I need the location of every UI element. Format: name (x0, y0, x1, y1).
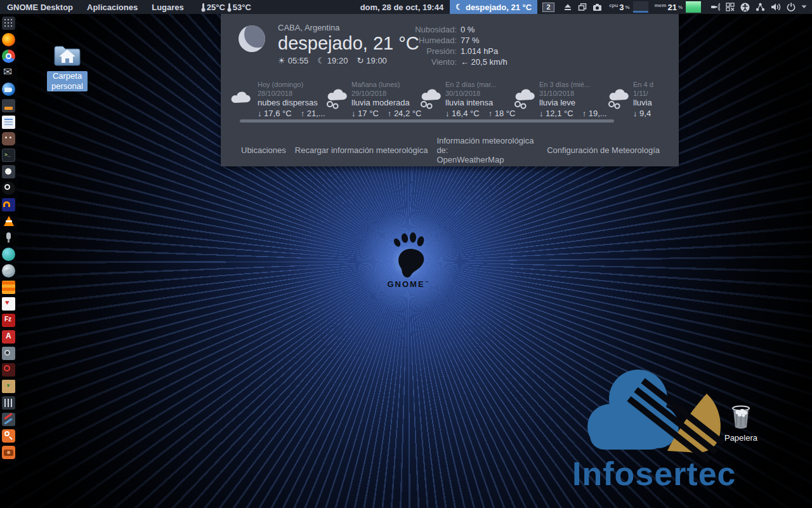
firefox-icon[interactable] (2, 33, 15, 46)
cabinet-icon[interactable] (2, 99, 15, 112)
package-icon[interactable] (2, 380, 15, 393)
filezilla-icon[interactable] (2, 314, 15, 327)
forecast-item: En 3 días (mié... 31/10/2018 lluvia leve… (510, 77, 604, 123)
detail-value: ← 20,5 km/h (461, 57, 508, 67)
sunrise-time: ☀05:55 (278, 56, 308, 65)
vlc-cone-icon[interactable] (2, 215, 15, 228)
screen-recorder-icon[interactable] (2, 363, 15, 377)
locations-button[interactable]: Ubicaciones (241, 145, 286, 155)
document-icon[interactable] (2, 116, 15, 129)
orange-camera-icon[interactable] (2, 446, 15, 459)
weather-dropdown-panel: CABA, Argentina despejado, 21 °C ☀05:55 … (221, 14, 679, 166)
trash-icon (729, 404, 753, 429)
rain-cloud-icon (417, 89, 442, 109)
weather-settings-button[interactable]: Configuración de Meteorología (547, 145, 660, 155)
mixer-icon[interactable] (2, 396, 15, 410)
weather-applet[interactable]: ☾ despejado, 21 °C (450, 0, 537, 14)
cpu-monitor[interactable]: cpu 3 % (609, 1, 648, 13)
cpu-unit: % (625, 4, 630, 10)
sun-icon: ☀ (278, 56, 285, 65)
mem-value: 21 (667, 3, 676, 12)
gnome-foot-icon (373, 232, 444, 278)
forecast-item: Hoy (domingo) 28/10/2018 nubes dispersas… (228, 77, 322, 123)
camera-tray-icon[interactable] (593, 3, 602, 11)
pdf-reader-icon[interactable] (2, 330, 15, 344)
forecast-item: Mañana (lunes) 29/10/2018 lluvia moderad… (322, 77, 416, 123)
audio-jack-icon[interactable] (710, 3, 720, 11)
sunset-time: ☾19:20 (317, 56, 348, 65)
infosertec-text: Infosertec (572, 455, 737, 492)
forecast-day: Hoy (domingo) (258, 80, 325, 89)
trash-label: Papelera (721, 433, 761, 443)
volume-icon[interactable] (771, 3, 781, 11)
forecast-item: En 4 d 1/11/ lluvia ↓ 9,4 (604, 77, 679, 123)
menu-places[interactable]: Lugares (145, 0, 191, 14)
forecast-date: 30/10/2018 (445, 89, 515, 98)
detail-label: Viento: (397, 57, 457, 67)
cloud-icon (230, 89, 254, 108)
windows-icon[interactable] (578, 3, 587, 11)
cpu-value: 3 (619, 3, 624, 12)
camera-icon[interactable] (2, 347, 15, 360)
forecast-date: 31/10/2018 (539, 89, 607, 98)
terminal-icon[interactable] (2, 149, 15, 162)
weather-applet-label: despejado, 21 °C (466, 3, 532, 12)
forecast-date: 28/10/2018 (258, 89, 325, 98)
forecast-row: Hoy (domingo) 28/10/2018 nubes dispersas… (228, 77, 679, 123)
mem-monitor[interactable]: mem 21 % (655, 1, 701, 13)
black-circle-icon[interactable] (2, 182, 15, 195)
sensor-applet[interactable]: 25°C 53°C (200, 3, 251, 12)
power-icon[interactable] (787, 3, 796, 11)
forecast-low: ↓ 16,4 °C (445, 108, 480, 119)
reload-weather-button[interactable]: Recargar información meteorológica (295, 145, 428, 155)
headphones-icon[interactable] (2, 198, 15, 211)
chrome-icon[interactable] (2, 50, 15, 63)
card-game-icon[interactable] (2, 297, 15, 311)
trash-desktop-icon[interactable]: Papelera (721, 404, 761, 443)
forecast-high: ↑ 21,... (301, 108, 325, 119)
detail-label: Humedad: (397, 35, 457, 46)
detail-label: Nubosidad: (397, 24, 457, 35)
forecast-scrollbar[interactable] (240, 119, 614, 123)
home-folder-desktop-icon[interactable]: Carpeta personal (47, 43, 88, 91)
home-folder-label: Carpeta personal (47, 71, 88, 91)
menu-applications[interactable]: Aplicaciones (80, 0, 145, 14)
accessibility-icon[interactable] (740, 3, 750, 12)
menu-gnome-desktop[interactable]: GNOME Desktop (0, 0, 80, 14)
workspace-switcher[interactable]: 2 (542, 3, 554, 12)
cpu-graph (633, 1, 648, 13)
weather-details: Nubosidad: 0 % Humedad: 77 % Presión: 1.… (397, 24, 508, 67)
grid-menu-icon[interactable] (2, 17, 15, 30)
teal-circle-icon[interactable] (2, 248, 15, 261)
envelope-icon[interactable] (2, 66, 15, 79)
thermometer-icon (226, 3, 232, 12)
cpu-temp: 25°C (207, 3, 225, 12)
paint-icon[interactable] (2, 413, 15, 426)
gnome-logo-text: GNOME™ (373, 279, 444, 289)
eject-icon[interactable] (563, 3, 572, 11)
forecast-condition: lluvia leve (539, 98, 607, 108)
weather-actions: Ubicaciones Recargar información meteoro… (241, 138, 669, 161)
forecast-condition: nubes dispersas (258, 98, 325, 108)
detail-value: 1.014 hPa (461, 46, 508, 57)
gimp-icon[interactable] (2, 132, 15, 145)
orange-magnifier-icon[interactable] (2, 429, 15, 443)
microphone-icon[interactable] (2, 231, 15, 244)
provider-link[interactable]: Información meteorológica de: OpenWeathe… (436, 136, 535, 164)
chevron-down-icon[interactable] (801, 5, 807, 9)
thermometer-icon (200, 3, 206, 12)
clock[interactable]: dom, 28 de oct, 19:44 (354, 3, 450, 12)
forecast-low: ↓ 9,4 (633, 108, 651, 119)
moon-icon: ☾ (317, 56, 325, 65)
system-tray (563, 3, 602, 11)
detail-label: Presión: (397, 46, 457, 57)
network-icon[interactable] (756, 3, 765, 11)
updated-time: ↻19:00 (357, 56, 386, 65)
photo-app-icon[interactable] (2, 165, 15, 178)
forecast-date: 29/10/2018 (351, 89, 421, 98)
thunderbird-icon[interactable] (2, 83, 15, 96)
keyboard-layout-icon[interactable] (726, 3, 735, 11)
globe-icon[interactable] (2, 264, 15, 277)
yellow-blocks-icon[interactable] (2, 281, 15, 294)
mem-graph (686, 1, 701, 13)
